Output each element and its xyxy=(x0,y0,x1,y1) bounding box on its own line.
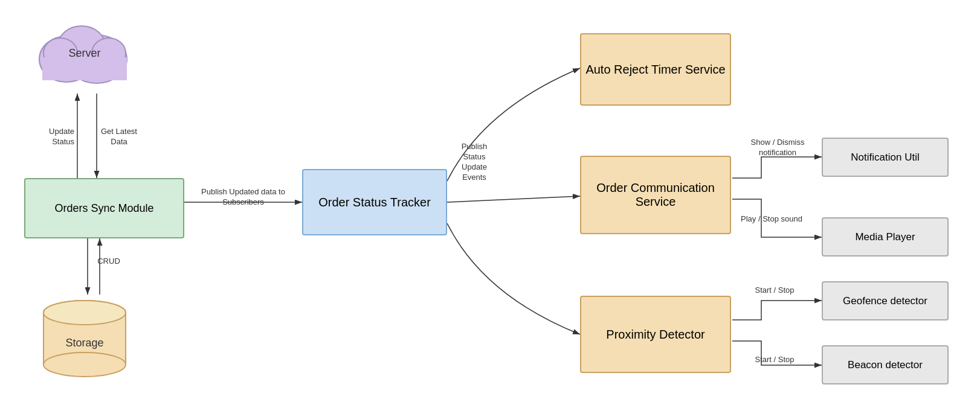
svg-rect-13 xyxy=(42,57,127,80)
update-status-label: Update Status xyxy=(47,127,74,147)
crud-label: CRUD xyxy=(94,257,124,267)
svg-point-19 xyxy=(44,352,126,377)
server-node: Server xyxy=(30,11,139,89)
order-comm-node: Order Communication Service xyxy=(580,156,731,234)
auto-reject-node: Auto Reject Timer Service xyxy=(580,33,731,106)
server-label: Server xyxy=(68,47,100,60)
publish-status-label: Publish Status Update Events xyxy=(450,142,498,183)
notification-util-node: Notification Util xyxy=(822,138,949,177)
play-stop-label: Play / Stop sound xyxy=(738,214,805,225)
order-status-tracker-node: Order Status Tracker xyxy=(302,169,447,235)
start-stop-geofence-label: Start / Stop xyxy=(738,285,811,296)
proximity-node: Proximity Detector xyxy=(580,296,731,373)
geofence-node: Geofence detector xyxy=(822,281,949,320)
orders-sync-node: Orders Sync Module xyxy=(24,178,184,238)
svg-point-20 xyxy=(44,301,126,325)
publish-updated-label: Publish Updated data to Subscribers xyxy=(193,187,293,208)
get-latest-label: Get Latest Data xyxy=(98,127,140,147)
storage-label: Storage xyxy=(65,337,103,349)
media-player-node: Media Player xyxy=(822,217,949,257)
start-stop-beacon-label: Start / Stop xyxy=(738,355,811,365)
beacon-node: Beacon detector xyxy=(822,345,949,384)
svg-line-7 xyxy=(447,196,580,202)
show-dismiss-label: Show / Dismiss notification xyxy=(738,138,817,158)
storage-node: Storage xyxy=(39,299,130,378)
diagram: Server Update Status Get Latest Data Ord… xyxy=(0,0,980,408)
